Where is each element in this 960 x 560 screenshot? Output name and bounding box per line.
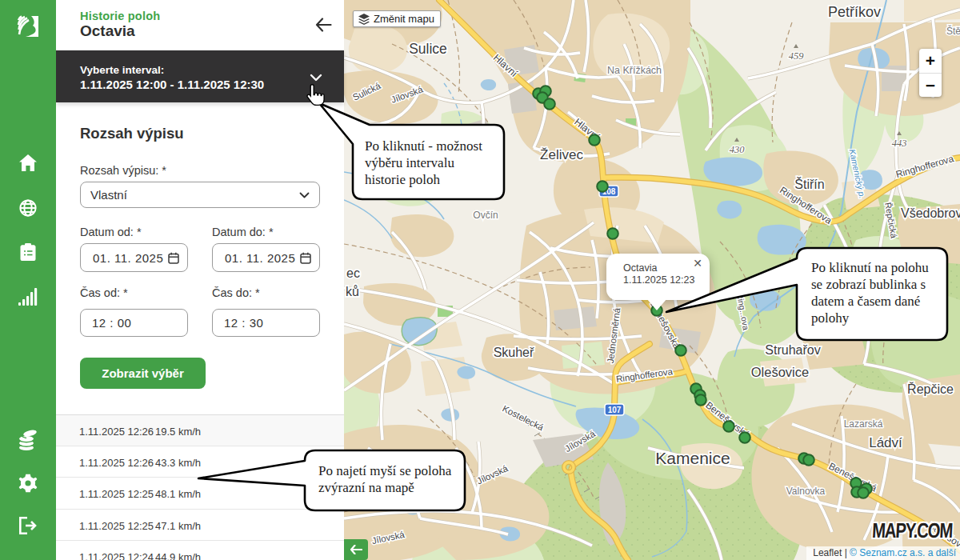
svg-text:Želivec: Želivec (540, 147, 583, 162)
svg-text:Štiřín: Štiřín (794, 177, 824, 191)
svg-text:430: 430 (730, 144, 746, 155)
svg-text:Olešovice: Olešovice (751, 365, 809, 379)
svg-text:Struhařov: Struhařov (765, 343, 820, 357)
svg-text:Skuheř: Skuheř (494, 346, 534, 359)
svg-text:Ládví: Ládví (869, 435, 902, 450)
svg-text:Sulice: Sulice (409, 41, 447, 57)
svg-text:ků: ků (346, 285, 359, 298)
svg-text:107: 107 (608, 406, 622, 414)
svg-text:Na Křížkách: Na Křížkách (607, 65, 662, 76)
svg-text:Kamenice: Kamenice (655, 449, 730, 467)
svg-text:Ště: Ště (946, 25, 960, 37)
svg-text:Valnovka: Valnovka (786, 486, 826, 497)
svg-text:Petříkov: Petříkov (828, 4, 881, 20)
svg-text:Všedobrovice: Všedobrovice (901, 206, 960, 220)
svg-text:443: 443 (892, 138, 907, 149)
svg-text:Řepčice: Řepčice (907, 382, 954, 396)
svg-text:459: 459 (789, 50, 805, 62)
svg-text:ec: ec (346, 266, 360, 280)
svg-text:Ovčín: Ovčín (473, 210, 498, 221)
svg-text:Lazarská: Lazarská (844, 418, 883, 430)
